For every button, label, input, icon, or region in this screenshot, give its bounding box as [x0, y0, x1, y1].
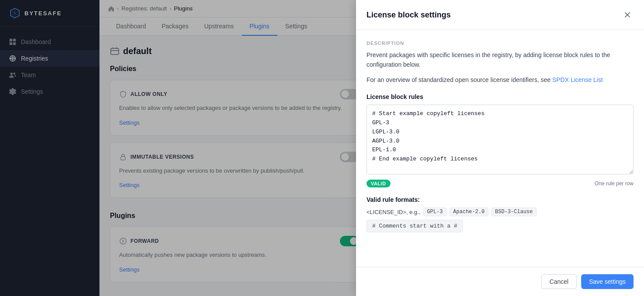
textarea-footer: VALID One rule per row — [367, 180, 634, 187]
panel-desc-2: For an overview of standardized open sou… — [367, 75, 634, 85]
description-label: DESCRIPTION — [367, 41, 634, 46]
format-gpl3: GPL-3 — [423, 208, 447, 216]
format-apache: Apache-2.0 — [449, 208, 489, 216]
close-icon — [623, 11, 631, 19]
panel-desc-2-text: For an overview of standardized open sou… — [367, 76, 552, 83]
cancel-button[interactable]: Cancel — [541, 274, 577, 289]
one-rule-per-row: One rule per row — [595, 180, 634, 187]
comment-example: # Comments start with a # — [367, 220, 463, 232]
valid-badge: VALID — [367, 180, 391, 187]
panel-title: License block settings — [367, 10, 451, 20]
panel-close-button[interactable] — [621, 9, 634, 21]
license-rules-textarea[interactable]: # Start example copyleft licenses GPL-3 … — [367, 105, 634, 174]
valid-formats-title: Valid rule formats: — [367, 196, 634, 203]
panel-footer: Cancel Save settings — [356, 267, 644, 296]
license-block-panel: License block settings DESCRIPTION Preve… — [356, 0, 644, 296]
panel-body: DESCRIPTION Prevent packages with specif… — [356, 30, 644, 267]
format-bsd: BSD-3-Clause — [491, 208, 537, 216]
panel-header: License block settings — [356, 0, 644, 30]
spdx-link[interactable]: SPDX License List — [552, 76, 603, 83]
panel-desc-1: Prevent packages with specific licenses … — [367, 50, 634, 70]
rules-title: License block rules — [367, 93, 634, 100]
format-prefix: <LICENSE_ID>, e.g., — [367, 209, 421, 215]
save-settings-button[interactable]: Save settings — [581, 274, 634, 289]
formats-row: <LICENSE_ID>, e.g., GPL-3 Apache-2.0 BSD… — [367, 208, 634, 216]
